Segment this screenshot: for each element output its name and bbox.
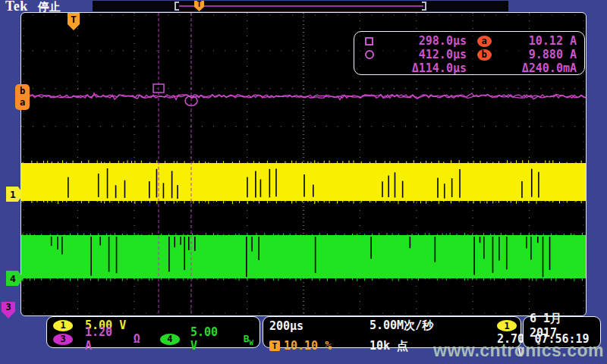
oscilloscope-screen: Tek 停止 T T b a 1 4 298.0µs a 10.12 A 412…	[0, 0, 607, 364]
channel3-channel4-setting-row: 3 1.20 A Ω 4 5.00 V BW	[53, 332, 253, 346]
channel4-badge[interactable]: 4	[160, 334, 180, 345]
record-window-line	[179, 5, 423, 7]
trigger-position-percent: 10.10 %	[284, 339, 332, 353]
horizontal-row-1: 200µs 5.00M次/秒 1	[269, 318, 514, 332]
channel4-scale: 5.00 V	[190, 325, 231, 353]
channel1-badge[interactable]: 1	[53, 320, 73, 331]
timebase-value: 200µs	[269, 319, 370, 333]
svg-text:T: T	[71, 14, 77, 25]
record-window-bracket-right	[422, 2, 426, 11]
channel3-position-marker[interactable]: 3	[2, 302, 15, 318]
record-trigger-pin-icon[interactable]: T	[194, 1, 204, 11]
trigger-source-badge: 1	[497, 320, 517, 331]
record-view-bar[interactable]: T	[93, 1, 508, 11]
sample-rate: 5.00M次/秒	[370, 318, 497, 333]
cursor-delta-value: Δ240.0mA	[502, 61, 577, 75]
cursor-ab-level-marker[interactable]: b a	[15, 84, 30, 110]
cursor-readout-box: 298.0µs a 10.12 A 412.0µs b 9.880 A Δ114…	[354, 31, 585, 75]
bandwidth-limit-icon: BW	[244, 331, 253, 347]
cursor-a-time: 298.0µs	[388, 34, 467, 48]
cursor-b-row: 412.0µs b 9.880 A	[365, 48, 577, 61]
cursor-b-value: 9.880 A	[502, 48, 577, 61]
date-value: 6 1月 2017	[530, 318, 594, 332]
cursor-delta-time: Δ114.0µs	[388, 61, 467, 75]
cursor-delta-row: Δ114.0µs Δ240.0mA	[365, 61, 577, 75]
channel3-scale: 1.20 A	[85, 325, 126, 353]
cursor-b-time: 412.0µs	[388, 48, 467, 61]
cursor-b-badge: b	[477, 49, 492, 61]
cursor-a-value: 10.12 A	[502, 34, 577, 48]
record-window-bracket-left	[175, 2, 179, 11]
cursor-a-marker-label: a	[20, 97, 25, 108]
channel3-coupling: Ω	[134, 332, 140, 346]
watermark: www.cntronics.com	[433, 340, 604, 361]
circle-cursor-icon	[365, 50, 374, 59]
cursor-a-badge: a	[477, 36, 492, 47]
square-cursor-icon	[365, 37, 373, 46]
cursor-a-row: 298.0µs a 10.12 A	[365, 34, 577, 48]
graticule-display[interactable]: T b a 1 4 298.0µs a 10.12 A 412.0µs b 9.…	[20, 12, 587, 316]
channel-settings-box[interactable]: 1 5.00 V 3 1.20 A Ω 4 5.00 V BW	[46, 316, 260, 348]
cursor-b-marker-label: b	[20, 86, 25, 97]
trigger-position-icon: T	[269, 340, 280, 351]
channel3-badge[interactable]: 3	[53, 334, 73, 345]
